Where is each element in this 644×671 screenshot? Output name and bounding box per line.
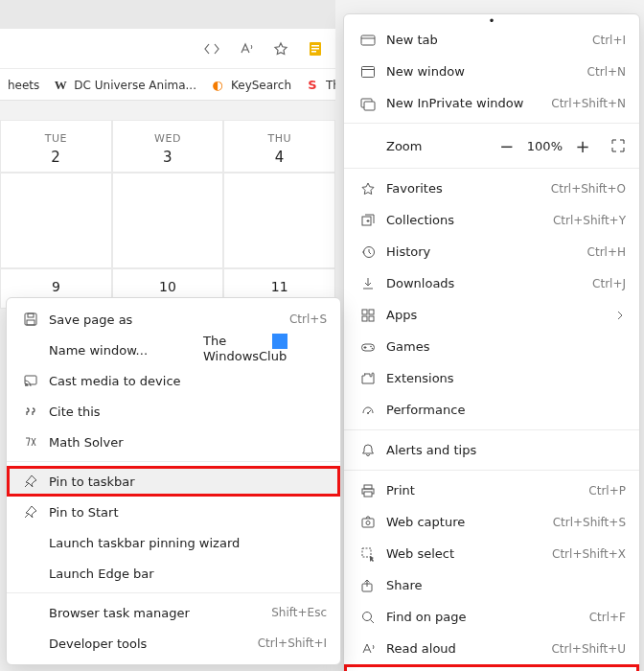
calendar-cell[interactable] [223, 173, 335, 268]
menu-item-cast-media-to-device[interactable]: Cast media to device [7, 365, 340, 396]
menu-item-history[interactable]: HistoryCtrl+H [344, 236, 639, 267]
menu-item-label: Print [379, 483, 588, 497]
menu-item-pin-to-start[interactable]: Pin to Start [7, 497, 340, 527]
bookmark-item[interactable]: ◐ KeySearch [210, 78, 291, 93]
menu-item-label: Cast media to device [41, 374, 327, 388]
menu-item-label: Name window... [41, 343, 327, 358]
menu-item-read-aloud[interactable]: Read aloudCtrl+Shift+U [344, 633, 639, 664]
calendar-cell[interactable] [0, 173, 112, 268]
fullscreen-icon[interactable] [610, 138, 626, 153]
bookmark-label: The HandB [326, 79, 335, 92]
svg-rect-1 [311, 45, 319, 47]
inprivate-icon [357, 96, 379, 111]
menu-separator [344, 168, 639, 169]
menu-item-label: Downloads [379, 276, 592, 290]
math-icon [20, 434, 41, 450]
zoom-percent: 100% [519, 139, 570, 153]
svg-rect-13 [369, 310, 374, 314]
menu-drag-handle[interactable]: • [344, 14, 639, 24]
read-icon [357, 641, 379, 657]
svg-rect-15 [369, 316, 374, 321]
svg-point-17 [370, 345, 372, 347]
menu-item-new-window[interactable]: New windowCtrl+N [344, 56, 639, 87]
menu-item-label: Performance [379, 403, 626, 417]
read-aloud-icon[interactable] [238, 40, 255, 58]
menu-item-favorites[interactable]: FavoritesCtrl+Shift+O [344, 173, 639, 204]
menu-item-label: Launch Edge bar [41, 567, 327, 581]
menu-item-alerts-and-tips[interactable]: Alerts and tips [344, 434, 639, 466]
menu-shortcut: Ctrl+N [587, 65, 626, 79]
menu-shortcut: Ctrl+Shift+S [553, 516, 626, 529]
bookmarks-bar: heets W DC Universe Anima... ◐ KeySearch… [0, 69, 335, 101]
menu-item-new-tab[interactable]: New tabCtrl+I [344, 24, 639, 56]
tab-strip [0, 0, 335, 29]
zoom-out-button[interactable]: − [494, 133, 519, 158]
favorites-star-icon[interactable] [272, 40, 289, 58]
menu-item-label: Web capture [379, 515, 553, 529]
calendar-view: TUE2 WED3 THU4 9 10 11 [0, 120, 335, 309]
perf-icon [357, 403, 379, 418]
menu-item-launch-taskbar-pinning-wizard[interactable]: Launch taskbar pinning wizard [7, 527, 340, 558]
menu-item-apps[interactable]: Apps [344, 299, 639, 331]
menu-item-pin-to-taskbar[interactable]: Pin to taskbar [7, 466, 340, 497]
menu-item-label: Math Solver [41, 435, 327, 450]
bookmark-label: heets [8, 79, 39, 92]
menu-item-collections[interactable]: CollectionsCtrl+Shift+Y [344, 204, 639, 236]
menu-item-label: Save page as [41, 312, 289, 327]
docs-icon[interactable] [307, 40, 324, 58]
bookmark-item[interactable]: heets [8, 79, 39, 92]
menu-separator [344, 123, 639, 124]
devtools-icon[interactable] [203, 40, 220, 58]
calendar-day-header: THU4 [223, 120, 335, 173]
select-icon [357, 546, 379, 562]
window-icon [357, 64, 379, 80]
menu-item-label: New InPrivate window [379, 96, 551, 110]
menu-item-web-select[interactable]: Web selectCtrl+Shift+X [344, 538, 639, 569]
menu-item-label: Find on page [379, 610, 589, 624]
menu-separator [7, 461, 340, 462]
menu-item-browser-task-manager[interactable]: Browser task managerShift+Esc [7, 597, 340, 628]
menu-item-share[interactable]: Share [344, 569, 639, 601]
menu-item-games[interactable]: Games [344, 331, 639, 362]
ext-icon [357, 371, 379, 386]
menu-item-name-window[interactable]: Name window... [7, 335, 340, 365]
menu-item-cite-this[interactable]: Cite this [7, 396, 340, 427]
menu-item-performance[interactable]: Performance [344, 394, 639, 426]
menu-item-more-tools[interactable]: More tools [344, 664, 639, 671]
menu-item-print[interactable]: PrintCtrl+P [344, 474, 639, 506]
menu-item-developer-tools[interactable]: Developer toolsCtrl+Shift+I [7, 628, 340, 659]
svg-rect-4 [361, 35, 375, 45]
menu-item-web-capture[interactable]: Web captureCtrl+Shift+S [344, 506, 639, 538]
svg-rect-31 [27, 320, 34, 325]
menu-shortcut: Ctrl+Shift+U [551, 642, 626, 656]
calendar-cell[interactable] [112, 173, 224, 268]
menu-item-label: New tab [379, 33, 592, 47]
download-icon [357, 276, 379, 291]
menu-item-downloads[interactable]: DownloadsCtrl+J [344, 267, 639, 299]
collections-icon [357, 213, 379, 228]
menu-item-new-inprivate-window[interactable]: New InPrivate windowCtrl+Shift+N [344, 87, 639, 119]
find-icon [357, 610, 379, 625]
menu-item-save-page-as[interactable]: Save page asCtrl+S [7, 304, 340, 335]
pin-icon [20, 474, 41, 489]
capture-icon [357, 515, 379, 530]
menu-item-launch-edge-bar[interactable]: Launch Edge bar [7, 558, 340, 589]
menu-item-find-on-page[interactable]: Find on pageCtrl+F [344, 601, 639, 633]
svg-rect-6 [362, 66, 375, 77]
bookmark-item[interactable]: S The HandB [305, 78, 335, 93]
zoom-in-button[interactable]: + [570, 133, 595, 158]
bell-icon [357, 443, 379, 458]
zoom-row: Zoom−100%+ [344, 127, 639, 164]
zoom-label: Zoom [357, 139, 494, 153]
menu-item-label: Read aloud [379, 641, 551, 656]
menu-item-math-solver[interactable]: Math Solver [7, 427, 340, 457]
menu-shortcut: Ctrl+F [589, 611, 626, 624]
bookmark-item[interactable]: W DC Universe Anima... [53, 78, 196, 93]
menu-shortcut: Ctrl+H [587, 245, 626, 259]
menu-shortcut: Shift+Esc [271, 606, 327, 619]
menu-item-extensions[interactable]: Extensions [344, 362, 639, 394]
menu-item-label: Collections [379, 213, 553, 227]
wikipedia-icon: W [53, 78, 68, 93]
svg-point-19 [367, 412, 369, 414]
menu-shortcut: Ctrl+J [592, 277, 626, 290]
